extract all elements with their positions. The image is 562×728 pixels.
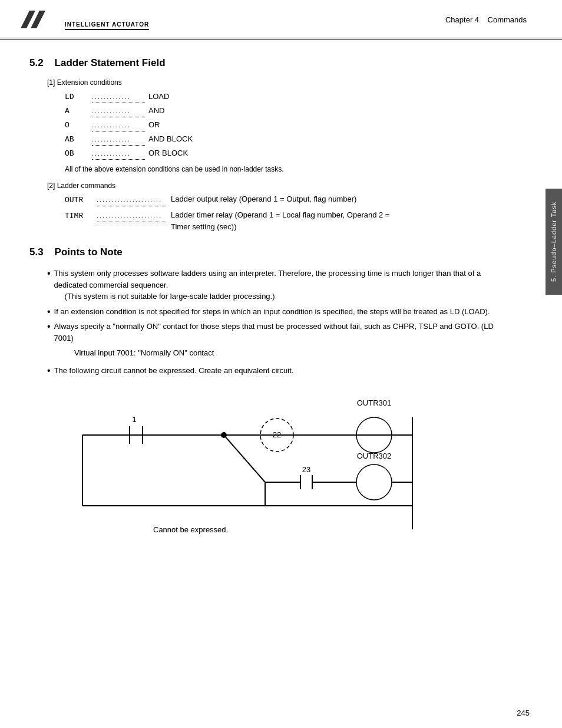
company-logo <box>18 5 59 34</box>
bullet-dot-1: • <box>47 268 51 279</box>
cmd-value-ab: AND BLOCK <box>148 133 193 146</box>
section-52-heading: 5.2 Ladder Statement Field <box>29 57 509 69</box>
bullet-dot-2: • <box>47 306 51 317</box>
circuit-diagram-area: 1 22 OUTR301 <box>47 388 509 553</box>
cmd-key-ob: OB <box>65 147 88 160</box>
cmd-outr: OUTR ...................... Ladder outpu… <box>65 193 509 208</box>
outr301-label: OUTR301 <box>357 398 392 407</box>
cmd-key-ld: LD <box>65 91 88 104</box>
cmd-value-ld: LOAD <box>148 90 169 103</box>
section-53: 5.3 Points to Note • This system only pr… <box>29 246 509 553</box>
bullet-dot-4: • <box>47 365 51 376</box>
extension-conditions: [1] Extension conditions LD ............… <box>29 78 509 173</box>
cmd-a: A ............. AND <box>65 104 509 118</box>
outr302-symbol <box>356 465 392 500</box>
bullet-3-subtext: Virtual input 7001: "Normally ON" contac… <box>74 347 509 359</box>
outr302-label: OUTR302 <box>357 452 392 460</box>
page-number: 245 <box>517 709 530 717</box>
ladder-label: [2] Ladder commands <box>47 182 509 190</box>
bullet-dot-3: • <box>47 321 51 332</box>
cmd-key-a: A <box>65 105 88 118</box>
page-header: INTELLIGENT ACTUATOR Chapter 4 Commands <box>0 0 562 39</box>
extension-commands-table: LD ............. LOAD A ............. AN… <box>65 90 509 160</box>
ladder-commands: [2] Ladder commands OUTR ...............… <box>29 182 509 232</box>
cmd-key-o: O <box>65 119 88 132</box>
cmd-o: O ............. OR <box>65 118 509 132</box>
chapter-title: Commands <box>488 15 527 24</box>
bullet-1: • This system only processes software la… <box>47 268 509 302</box>
bullet-text-2: If an extension condition is not specifi… <box>54 306 509 318</box>
logo-area: INTELLIGENT ACTUATOR <box>0 5 189 34</box>
label-22: 22 <box>273 430 281 439</box>
label-23: 23 <box>302 465 310 474</box>
bullet-4: • The following circuit cannot be expres… <box>47 365 509 377</box>
extension-note: All of the above extension conditions ca… <box>65 165 509 173</box>
cmd-desc-outr: Ladder output relay (Operand 1 = Output,… <box>171 193 509 205</box>
points-list: • This system only processes software la… <box>47 268 509 376</box>
bullet-text-4: The following circuit cannot be expresse… <box>54 365 509 377</box>
bullet-3: • Always specify a "normally ON" contact… <box>47 321 509 344</box>
svg-line-8 <box>224 435 265 482</box>
header-chapter-title: Chapter 4 Commands <box>189 15 562 24</box>
company-name: INTELLIGENT ACTUATOR <box>65 21 149 30</box>
section-53-heading: 5.3 Points to Note <box>29 246 509 258</box>
cmd-ob: OB ............. OR BLOCK <box>65 147 509 160</box>
cmd-key-ab: AB <box>65 133 88 146</box>
ladder-commands-table: OUTR ...................... Ladder outpu… <box>65 193 509 232</box>
chapter-label: Chapter 4 <box>445 15 479 24</box>
cmd-value-o: OR <box>148 118 160 131</box>
extension-label: [1] Extension conditions <box>47 78 509 87</box>
side-tab: 5. Pseudo–Ladder Task <box>546 189 562 295</box>
cmd-value-ob: OR BLOCK <box>148 147 188 160</box>
label-1: 1 <box>132 415 136 424</box>
bullet-text-3: Always specify a "normally ON" contact f… <box>54 321 509 344</box>
circuit-diagram: 1 22 OUTR301 <box>47 388 448 553</box>
cmd-value-a: AND <box>148 104 164 117</box>
main-content: 5.2 Ladder Statement Field [1] Extension… <box>0 39 544 565</box>
bullet-1-subtext: (This system is not suitable for large-s… <box>65 291 509 302</box>
bullet-text-1: This system only processes software ladd… <box>54 268 509 302</box>
cannot-label: Cannot be expressed. <box>153 525 228 534</box>
cmd-key-outr: OUTR <box>65 193 93 208</box>
cmd-ld: LD ............. LOAD <box>65 90 509 104</box>
cmd-desc-timr: Ladder timer relay (Operand 1 = Local fl… <box>171 209 509 232</box>
cmd-ab: AB ............. AND BLOCK <box>65 133 509 146</box>
bullet-2: • If an extension condition is not speci… <box>47 306 509 318</box>
cmd-timr: TIMR ...................... Ladder timer… <box>65 209 509 232</box>
cmd-key-timr: TIMR <box>65 209 93 224</box>
